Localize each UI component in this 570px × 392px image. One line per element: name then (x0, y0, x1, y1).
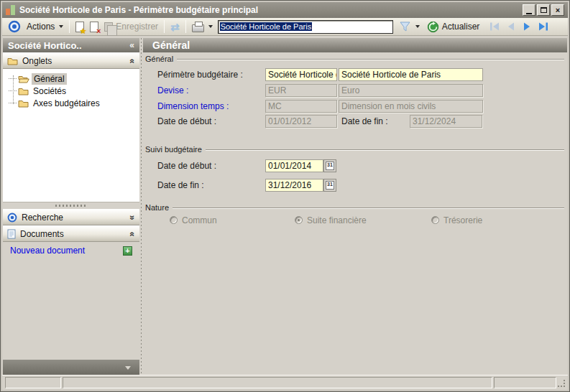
document-icon (7, 229, 16, 239)
sync-icon: ⇄ (170, 22, 180, 32)
dimension-name-input: Dimension en mois civils (339, 100, 483, 113)
panel-header-onglets[interactable]: Onglets « (3, 52, 139, 69)
minimize-button[interactable] (523, 4, 535, 16)
group-divider (177, 59, 564, 60)
save-label: Enregistrer (116, 22, 158, 32)
calendar-day: 31 (326, 182, 334, 187)
devise-name-value: Euro (341, 85, 359, 95)
suivi-date-fin-input[interactable]: 31/12/2016 (265, 179, 323, 192)
group-suivi: Suivi budgétaire (145, 145, 564, 154)
refresh-icon (427, 21, 439, 33)
date-fin-value: 31/12/2024 (413, 116, 456, 126)
group-nature: Nature (145, 203, 564, 212)
dimension-code-input: MC (265, 100, 337, 113)
save-button[interactable]: Enregistrer (101, 21, 161, 32)
app-window: Société Horticole de Paris - Périmètre b… (0, 0, 570, 392)
suivi-date-debut-input[interactable]: 01/01/2014 (265, 159, 323, 172)
refresh-button[interactable]: Actualiser (424, 20, 483, 34)
suivi-date-fin-label: Date de fin : (157, 180, 204, 190)
maximize-button[interactable] (537, 4, 550, 16)
maximize-icon (541, 7, 547, 13)
panel-label: Recherche (22, 213, 63, 223)
last-record-icon[interactable] (537, 22, 550, 32)
chevron-down-icon (59, 25, 63, 28)
sidebar-header: Société Hortico.. « (3, 38, 139, 52)
panel-label: Onglets (22, 56, 52, 66)
expand-panel-icon[interactable]: » (128, 215, 138, 220)
date-fin-input: 31/12/2024 (410, 115, 482, 128)
calendar-icon: 31 (326, 162, 334, 170)
group-title: Nature (145, 203, 169, 212)
refresh-label: Actualiser (442, 22, 480, 32)
panel-header-documents[interactable]: Documents « (3, 225, 139, 242)
sidebar-title: Société Hortico.. (8, 40, 82, 51)
date-picker-button[interactable]: 31 (323, 179, 336, 192)
tree-connector (9, 78, 17, 79)
radio-suite-financiere[interactable] (295, 216, 303, 224)
sync-button[interactable]: ⇄ (167, 21, 183, 33)
collapse-sidebar-icon[interactable]: « (129, 40, 134, 50)
group-title: Suivi budgétaire (145, 145, 202, 154)
radio-suite-financiere-label: Suite financière (307, 215, 367, 225)
calendar-icon: 31 (326, 181, 334, 190)
tree-item-axes-budgetaires[interactable]: Axes budgétaires (3, 97, 139, 109)
tree-item-label: Sociétés (31, 85, 68, 97)
documents-panel-body: Nouveau document + (3, 243, 139, 258)
print-button[interactable] (189, 21, 216, 33)
devise-name-input: Euro (339, 84, 483, 97)
date-picker-button[interactable]: 31 (323, 159, 336, 172)
perimetre-name-input[interactable]: Société Horticole de Paris (339, 68, 483, 81)
add-document-button[interactable]: + (123, 246, 132, 256)
target-icon (7, 213, 17, 223)
previous-record-icon[interactable] (505, 22, 517, 32)
devise-code-value: EUR (268, 85, 286, 95)
toolbar: Actions ★ × Enregistrer ⇄ Société Hortic… (2, 18, 568, 36)
new-document-icon: ★ (75, 22, 84, 32)
status-bar (2, 375, 568, 390)
sidebar-filler (3, 258, 139, 360)
toolbar-separator (164, 20, 165, 33)
toolbar-separator (69, 20, 70, 33)
status-cell (63, 377, 492, 388)
new-document-button[interactable]: ★ (73, 21, 87, 33)
tree-item-societes[interactable]: Sociétés (3, 85, 139, 97)
sidebar-splitter-handle[interactable] (3, 202, 139, 209)
save-icon (104, 22, 113, 32)
target-button[interactable] (5, 19, 24, 34)
perimetre-name-value: Société Horticole de Paris (341, 70, 441, 80)
radio-commun[interactable] (170, 216, 178, 224)
tree-item-general[interactable]: Général (3, 73, 139, 85)
new-document-link[interactable]: Nouveau document (10, 246, 85, 256)
window-title: Société Horticole de Paris - Périmètre b… (19, 5, 258, 15)
devise-code-input: EUR (265, 84, 337, 97)
collapse-panel-icon[interactable]: « (128, 231, 138, 236)
group-divider (206, 149, 564, 151)
print-icon (192, 24, 204, 32)
actions-menu-button[interactable]: Actions (24, 21, 66, 32)
toolbar-separator (185, 20, 186, 33)
collapse-panel-icon[interactable]: « (128, 58, 138, 63)
open-folder-icon (18, 75, 29, 83)
resize-grip[interactable] (558, 380, 566, 388)
date-fin-label: Date de fin : (341, 116, 388, 126)
chevron-down-icon (125, 366, 131, 370)
devise-label[interactable]: Devise : (157, 85, 188, 95)
filter-button[interactable] (396, 20, 423, 33)
dimension-temps-label[interactable]: Dimension temps : (157, 101, 229, 111)
sidebar-overflow-bar[interactable] (3, 360, 139, 375)
first-record-icon[interactable] (488, 22, 501, 32)
radio-commun-label: Commun (182, 215, 217, 225)
close-button[interactable]: × (551, 4, 564, 16)
app-icon (6, 5, 16, 16)
perimetre-code-input[interactable]: Société Horticole de (265, 68, 337, 81)
delete-button[interactable]: × (87, 21, 101, 33)
tree-connector (9, 90, 17, 91)
perimeter-combo-input[interactable]: Société Horticole de Paris (218, 20, 393, 34)
next-record-icon[interactable] (521, 22, 533, 32)
radio-tresorerie[interactable] (431, 216, 439, 224)
suivi-date-debut-label: Date de début : (157, 161, 216, 171)
page-title-text: Général (152, 39, 190, 51)
page-title: Général (143, 38, 567, 52)
date-debut-input: 01/01/2012 (265, 115, 337, 128)
panel-header-recherche[interactable]: Recherche » (3, 209, 139, 225)
